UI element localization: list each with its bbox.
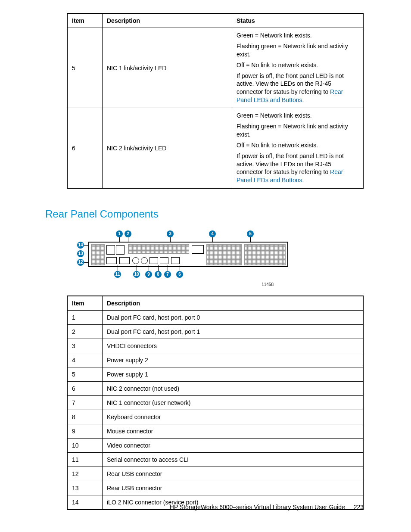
status-line: If power is off, the front panel LED is … [237,72,358,105]
cell-status: Green = Network link exists. Flashing gr… [232,28,364,108]
table-row: 5 NIC 1 link/activity LED Green = Networ… [67,28,363,108]
callout-12-icon: 12 [77,259,84,266]
cell-item: 2 [67,325,103,339]
cell-item: 9 [67,424,103,439]
cell-item: 13 [67,481,103,495]
cell-description: Video connector [103,439,364,453]
cell-item: 7 [67,396,103,410]
page-footer: HP StorageWorks 6000–series Virtual Libr… [170,504,364,510]
callout-5-icon: 5 [247,230,254,237]
status-line: If power is off, the front panel LED is … [237,152,358,185]
table-row: 5Power supply 1 [67,367,363,382]
cell-description: Dual port FC card, host port, port 1 [103,325,364,339]
status-line: Green = Network link exists. [237,31,358,40]
callout-13-icon: 13 [77,250,84,257]
page-number: 223 [354,504,364,510]
table2-header-item: Item [67,296,103,311]
callout-1-icon: 1 [116,230,123,237]
cell-description: Serial connector to access CLI [103,453,364,467]
cell-description: VHDCI connectors [103,339,364,353]
table1-header-status: Status [232,13,364,28]
cell-description: Power supply 2 [103,353,364,367]
callout-7-icon: 7 [164,271,171,278]
table-row: 2Dual port FC card, host port, port 1 [67,325,363,339]
cell-description: Keyboard connector [103,410,364,424]
cell-item: 6 [67,108,103,189]
table-row: 6NIC 2 connector (not used) [67,382,363,396]
rear-panel-diagram: 1 2 3 4 5 14 13 12 11 10 9 8 [75,224,291,280]
table-row: 13Rear USB connector [67,481,363,495]
section-heading: Rear Panel Components [45,208,364,220]
cell-description: NIC 2 link/activity LED [103,108,232,189]
cell-description: Rear USB connector [103,481,364,495]
cell-item: 3 [67,339,103,353]
status-line: Green = Network link exists. [237,112,358,120]
cell-item: 11 [67,453,103,467]
cell-item: 6 [67,382,103,396]
status-line: Off = No link to network exists. [237,141,358,149]
callout-2-icon: 2 [125,230,131,237]
callout-14-icon: 14 [77,242,84,249]
status-line: Flashing green = Network link and activi… [237,42,358,59]
table-row: 12Rear USB connector [67,467,363,481]
table2-header-description: Description [103,296,364,311]
cell-item: 1 [67,311,103,325]
table1-header-description: Description [103,13,232,28]
table-row: 8Keyboard connector [67,410,363,424]
cell-item: 14 [67,495,103,510]
table-row: 11Serial connector to access CLI [67,453,363,467]
status-line: Off = No link to network exists. [237,61,358,69]
table-row: 3VHDCI connectors [67,339,363,353]
rear-panel-components-table: Item Description 1Dual port FC card, hos… [67,296,364,510]
cell-description: NIC 1 connector (user network) [103,396,364,410]
cell-description: Rear USB connector [103,467,364,481]
cell-item: 12 [67,467,103,481]
cell-description: NIC 1 link/activity LED [103,28,232,108]
cell-item: 5 [67,367,103,382]
callout-11-icon: 11 [114,271,121,278]
cell-description: NIC 2 connector (not used) [103,382,364,396]
cell-status: Green = Network link exists. Flashing gr… [232,108,364,189]
cell-item: 4 [67,353,103,367]
table-row: 9Mouse connector [67,424,363,439]
callout-3-icon: 3 [167,230,174,237]
table1-header-item: Item [67,13,103,28]
callout-6-icon: 6 [176,271,183,278]
led-status-table: Item Description Status 5 NIC 1 link/act… [67,13,364,189]
cell-item: 5 [67,28,103,108]
diagram-id: 11458 [75,282,274,287]
callout-8-icon: 8 [155,271,162,278]
status-line: Flashing green = Network link and activi… [237,122,358,139]
table-row: 10Video connector [67,439,363,453]
cell-item: 10 [67,439,103,453]
table-row: 7NIC 1 connector (user network) [67,396,363,410]
footer-title: HP StorageWorks 6000–series Virtual Libr… [170,504,345,510]
cell-description: Dual port FC card, host port, port 0 [103,311,364,325]
callout-9-icon: 9 [145,271,152,278]
callout-4-icon: 4 [209,230,216,237]
callout-10-icon: 10 [133,271,140,278]
table-row: 6 NIC 2 link/activity LED Green = Networ… [67,108,363,189]
cell-description: Mouse connector [103,424,364,439]
table-row: 4Power supply 2 [67,353,363,367]
cell-description: Power supply 1 [103,367,364,382]
table-row: 1Dual port FC card, host port, port 0 [67,311,363,325]
cell-item: 8 [67,410,103,424]
